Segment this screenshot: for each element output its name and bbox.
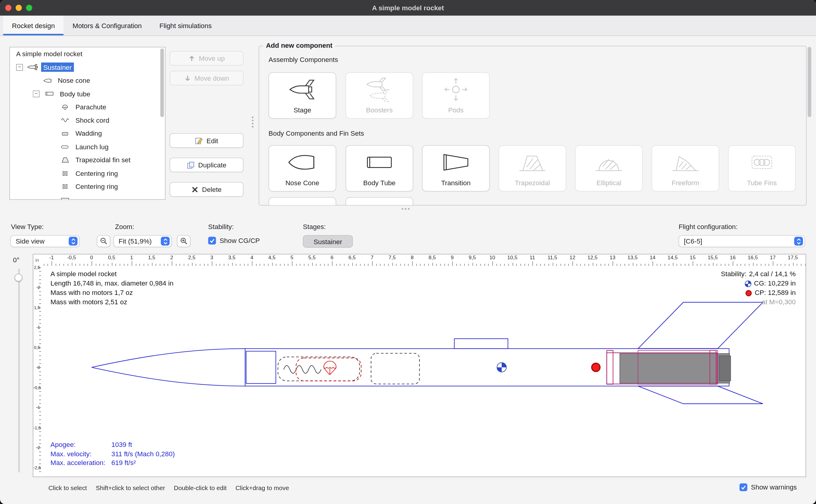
tube-fins-icon (746, 150, 777, 175)
checkbox-checked-icon (740, 483, 747, 491)
tree-item-shock-cord[interactable]: Shock cord (10, 114, 165, 127)
add-transition-button[interactable]: Transition (422, 145, 490, 191)
stability-info-block: Stability:2,4 cal / 14,1 % CG: 10,229 in… (721, 270, 796, 307)
motor (620, 354, 730, 383)
zoom-value: Fit (51,9%) (119, 237, 152, 245)
window-title: A simple model rocket (0, 4, 816, 12)
cp-marker (592, 363, 600, 372)
duplicate-label: Duplicate (198, 161, 226, 169)
tree-item-body-tube[interactable]: − Body tube (10, 87, 165, 100)
tree-item-label: Centering ring (73, 169, 120, 178)
stability-value: 2,4 cal / 14,1 % (749, 270, 796, 279)
delete-button[interactable]: Delete (170, 182, 244, 197)
add-component-button-partial[interactable] (345, 197, 413, 205)
add-nose-cone-button[interactable]: Nose Cone (269, 145, 336, 191)
body-tube-component-icon (364, 150, 395, 175)
tree-item-label: Sustainer (41, 63, 74, 72)
apogee-value: 1039 ft (111, 441, 132, 448)
tab-rocket-design[interactable]: Rocket design (3, 16, 63, 35)
hint-drag: Click+drag to move (235, 484, 289, 492)
launch-lug-icon (59, 144, 71, 149)
tab-motors-configuration[interactable]: Motors & Configuration (64, 16, 151, 35)
collapse-icon[interactable]: − (33, 90, 39, 97)
add-component-button-partial[interactable] (269, 197, 336, 205)
hint-shift-click: Shift+click to select other (96, 484, 165, 492)
add-boosters-button[interactable]: Boosters (345, 72, 413, 118)
tree-item-label: Centering ring (73, 182, 120, 191)
zoom-in-button[interactable] (177, 235, 190, 247)
vertical-splitter-handle[interactable] (252, 117, 253, 128)
trapezoidal-fin-icon (517, 150, 548, 175)
tree-root-item[interactable]: A simple model rocket (10, 47, 165, 61)
nose-cone-component-icon (287, 150, 318, 175)
titlebar: A simple model rocket (0, 0, 816, 16)
tree-item-label: Shock cord (73, 116, 112, 125)
duplicate-button[interactable]: Duplicate (170, 158, 244, 172)
tree-item-label: Trapezoidal fin set (73, 155, 133, 165)
add-freeform-fin-button[interactable]: Freeform (652, 145, 719, 191)
add-tube-fins-button[interactable]: Tube Fins (728, 145, 796, 191)
horizontal-splitter-handle[interactable] (402, 208, 409, 209)
tree-item-partial[interactable] (10, 193, 165, 200)
card-label: Stage (293, 106, 311, 114)
add-body-tube-button[interactable]: Body Tube (345, 145, 413, 191)
show-warnings-checkbox[interactable]: Show warnings (740, 483, 797, 491)
rocket-mass-with-motors: Mass with motors 2,51 oz (50, 298, 173, 307)
show-cgcp-checkbox[interactable]: Show CG/CP (208, 237, 260, 244)
apogee-label: Apogee: (50, 440, 111, 449)
delete-label: Delete (202, 186, 222, 193)
tree-item-trapezoidal-fin-set[interactable]: Trapezoidal fin set (10, 153, 165, 167)
cp-value: CP: 12,589 in (755, 288, 796, 298)
motor-nozzle (719, 356, 731, 381)
tree-item-centering-ring-1[interactable]: Centering ring (10, 167, 165, 180)
collapse-icon[interactable]: − (16, 64, 23, 70)
add-component-panel: Add new component Assembly Components St… (259, 46, 807, 206)
delete-x-icon (192, 186, 198, 193)
add-trapezoidal-fin-button[interactable]: Trapezoidal (499, 145, 566, 191)
rotation-slider-track[interactable] (18, 269, 20, 473)
card-label: Nose Cone (285, 179, 319, 187)
rocket-view-canvas[interactable]: in -1-0,500,511,522,533,544,555,566,577,… (33, 254, 806, 477)
cg-legend-icon (745, 280, 751, 287)
zoom-select[interactable]: Fit (51,9%) (113, 235, 172, 247)
card-label: Elliptical (597, 179, 621, 187)
flight-configuration-label: Flight configuration: (678, 223, 737, 231)
zoom-out-button[interactable] (97, 235, 110, 247)
add-panel-scrollbar[interactable] (808, 47, 812, 205)
tree-root-label: A simple model rocket (14, 49, 84, 59)
add-pods-button[interactable]: Pods (422, 72, 490, 118)
tree-item-sustainer[interactable]: − Sustainer (10, 61, 165, 74)
rotation-slider-knob[interactable] (15, 274, 22, 282)
stage-icon (287, 77, 318, 102)
tree-scrollbar[interactable] (160, 48, 164, 117)
tab-flight-simulations[interactable]: Flight simulations (151, 16, 220, 35)
body-components-label: Body Components and Fin Sets (269, 130, 364, 137)
select-stepper-icon (69, 237, 77, 245)
tree-item-wadding[interactable]: Wadding (10, 127, 165, 140)
edit-button[interactable]: Edit (170, 133, 244, 148)
arrow-down-icon (184, 75, 191, 81)
flight-configuration-value: [C6-5] (684, 237, 702, 245)
view-type-select[interactable]: Side view (10, 235, 79, 247)
tree-item-label: Nose cone (56, 76, 92, 85)
select-stepper-icon (161, 237, 170, 245)
tree-item-launch-lug[interactable]: Launch lug (10, 140, 165, 153)
edit-pencil-icon (195, 137, 203, 144)
fin-bottom (638, 386, 763, 404)
tree-item-parachute[interactable]: Parachute (10, 100, 165, 114)
tree-item-centering-ring-2[interactable]: Centering ring (10, 180, 165, 193)
move-up-button[interactable]: Move up (170, 51, 244, 66)
flight-stats-block: Apogee:1039 ft Max. velocity:311 ft/s (M… (50, 440, 175, 467)
arrow-up-icon (188, 55, 195, 62)
tree-item-nose-cone[interactable]: Nose cone (10, 74, 165, 87)
move-down-button[interactable]: Move down (170, 71, 244, 85)
launch-lug-outline (454, 339, 508, 349)
stage-toggle-sustainer[interactable]: Sustainer (303, 235, 353, 247)
add-stage-button[interactable]: Stage (269, 72, 336, 118)
add-elliptical-fin-button[interactable]: Elliptical (575, 145, 643, 191)
hint-click-select: Click to select (48, 484, 87, 492)
freeform-fin-icon (670, 150, 701, 175)
cg-value: CG: 10,229 in (754, 279, 796, 288)
stability-label: Stability: (208, 223, 234, 231)
flight-configuration-select[interactable]: [C6-5] (678, 235, 805, 247)
